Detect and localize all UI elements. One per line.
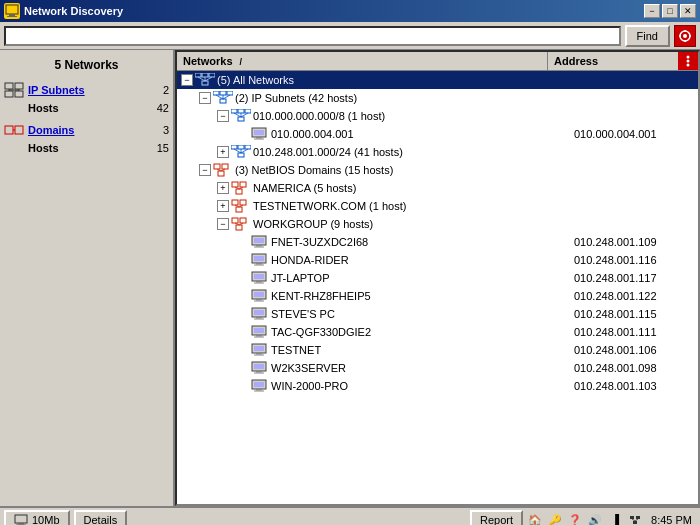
home-icon[interactable]: 🏠 — [527, 512, 543, 525]
svg-rect-30 — [220, 91, 226, 95]
expand-button[interactable]: − — [199, 92, 211, 104]
nav-icons: 🏠 🔑 ❓ 🔊 ▐ 8:45 PM — [527, 512, 696, 525]
expand-button[interactable]: − — [217, 110, 229, 122]
ip-subnets-count: 2 — [163, 84, 169, 96]
minimize-button[interactable]: − — [644, 4, 660, 18]
tree-node-label: W2K3SERVER — [271, 362, 346, 374]
col-address-header[interactable]: Address — [548, 52, 678, 70]
computer-icon — [249, 234, 269, 250]
tree-row[interactable]: KENT-RHZ8FHEIP5010.248.001.122 — [177, 287, 698, 305]
svg-rect-32 — [220, 99, 226, 103]
tree-row[interactable]: + 010.248.001.000/24 (41 hosts) — [177, 143, 698, 161]
tree-node-label: 010.000.004.001 — [271, 128, 354, 140]
svg-rect-114 — [636, 516, 640, 519]
maximize-button[interactable]: □ — [662, 4, 678, 18]
svg-rect-39 — [238, 117, 244, 121]
svg-rect-60 — [240, 182, 246, 187]
svg-rect-71 — [236, 225, 242, 230]
expand-button[interactable]: + — [217, 182, 229, 194]
tree-node-label: TESTNETWORK.COM (1 host) — [253, 200, 406, 212]
tree-row[interactable]: JT-LAPTOP010.248.001.117 — [177, 269, 698, 287]
content-area[interactable]: Networks / Address − (5) All N — [175, 50, 700, 506]
tree-node-label: HONDA-RIDER — [271, 254, 349, 266]
tree-row[interactable]: − (5) All Networks — [177, 71, 698, 89]
tree-node-label: (2) IP Subnets (42 hosts) — [235, 92, 357, 104]
tree-node-label: FNET-3UZXDC2I68 — [271, 236, 368, 248]
tree-cell-address: 010.248.001.106 — [568, 344, 698, 356]
hosts-row-1: Hosts 42 — [4, 100, 169, 116]
tree-row[interactable]: − (2) IP Subnets (42 hosts) — [177, 89, 698, 107]
sidebar: 5 Networks IP Subnets 2 — [0, 50, 175, 506]
svg-rect-83 — [254, 274, 264, 279]
tree-row[interactable]: W2K3SERVER010.248.001.098 — [177, 359, 698, 377]
svg-rect-85 — [254, 283, 264, 284]
tree-cell-address: 010.248.001.111 — [568, 326, 698, 338]
tree-row[interactable]: − WORKGROUP (9 hosts) — [177, 215, 698, 233]
tree-row[interactable]: − (3) NetBIOS Domains (15 hosts) — [177, 161, 698, 179]
battery-icon: ▐ — [607, 512, 623, 525]
tree-row[interactable]: + NAMERICA (5 hosts) — [177, 179, 698, 197]
speaker-icon[interactable]: 🔊 — [587, 512, 603, 525]
svg-rect-59 — [232, 182, 238, 187]
close-button[interactable]: ✕ — [680, 4, 696, 18]
svg-rect-76 — [256, 245, 262, 247]
tree-row[interactable]: 010.000.004.001010.000.004.001 — [177, 125, 698, 143]
network-status-icon — [627, 512, 643, 525]
tree-row[interactable]: TESTNET010.248.001.106 — [177, 341, 698, 359]
svg-rect-88 — [256, 299, 262, 301]
expand-button[interactable]: + — [217, 200, 229, 212]
find-button[interactable]: Find — [625, 25, 670, 47]
svg-rect-75 — [254, 238, 264, 243]
settings-button[interactable] — [674, 25, 696, 47]
svg-rect-113 — [630, 516, 634, 519]
svg-rect-89 — [254, 301, 264, 302]
expand-button[interactable]: − — [217, 218, 229, 230]
workgroup-icon — [231, 216, 251, 232]
report-button[interactable]: Report — [470, 510, 523, 525]
svg-rect-93 — [254, 319, 264, 320]
tree-row[interactable]: STEVE'S PC010.248.001.115 — [177, 305, 698, 323]
svg-line-51 — [234, 149, 241, 153]
help-icon[interactable]: ❓ — [567, 512, 583, 525]
svg-rect-11 — [5, 91, 13, 97]
svg-rect-24 — [209, 73, 215, 77]
col-options-button[interactable] — [678, 52, 698, 70]
svg-rect-64 — [232, 200, 238, 205]
domains-count: 3 — [163, 124, 169, 136]
svg-rect-54 — [214, 164, 220, 169]
tree-node-label: WORKGROUP (9 hosts) — [253, 218, 373, 230]
computer-icon — [249, 270, 269, 286]
hosts-label-1: Hosts — [28, 102, 59, 114]
svg-line-117 — [635, 519, 638, 521]
speed-button[interactable]: 10Mb — [4, 510, 70, 525]
svg-rect-12 — [15, 91, 23, 97]
status-bar: 10Mb Details Report 🏠 🔑 ❓ 🔊 ▐ 8:45 PM — [0, 506, 700, 525]
expand-button[interactable]: − — [199, 164, 211, 176]
tree-row[interactable]: − 010.000.000.000/8 (1 host) — [177, 107, 698, 125]
workgroup-icon — [231, 198, 251, 214]
domains-label[interactable]: Domains — [28, 124, 159, 136]
network-icon — [213, 90, 233, 106]
svg-rect-47 — [231, 145, 237, 149]
details-button[interactable]: Details — [74, 510, 128, 525]
svg-rect-111 — [18, 523, 24, 525]
key-icon[interactable]: 🔑 — [547, 512, 563, 525]
expand-button[interactable]: + — [217, 146, 229, 158]
tree-row[interactable]: WIN-2000-PRO010.248.001.103 — [177, 377, 698, 395]
svg-rect-66 — [236, 207, 242, 212]
tree-cell-address: 010.248.001.103 — [568, 380, 698, 392]
tree-row[interactable]: HONDA-RIDER010.248.001.116 — [177, 251, 698, 269]
tree-row[interactable]: + TESTNETWORK.COM (1 host) — [177, 197, 698, 215]
svg-rect-77 — [254, 247, 264, 248]
computer-icon — [249, 126, 269, 142]
ip-subnets-label[interactable]: IP Subnets — [28, 84, 159, 96]
tree-row[interactable]: TAC-QGF330DGIE2010.248.001.111 — [177, 323, 698, 341]
tree-row[interactable]: FNET-3UZXDC2I68010.248.001.109 — [177, 233, 698, 251]
col-name-header[interactable]: Networks / — [177, 52, 548, 70]
svg-line-53 — [241, 149, 248, 153]
search-input[interactable] — [4, 26, 621, 46]
expand-button[interactable]: − — [181, 74, 193, 86]
svg-rect-17 — [15, 126, 23, 134]
svg-rect-81 — [254, 265, 264, 266]
svg-rect-84 — [256, 281, 262, 283]
